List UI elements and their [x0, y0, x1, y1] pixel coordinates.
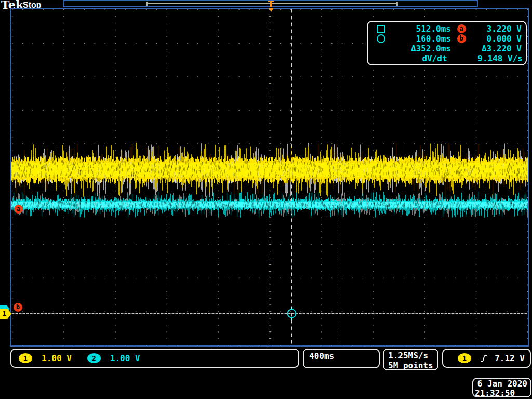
cursor2-value: 0.000 V: [472, 34, 522, 44]
timebase-value: 400ms: [309, 351, 334, 361]
trigger-source-badge: 1: [458, 353, 471, 363]
cursor2-time: 160.0ms: [391, 34, 451, 44]
timebase-box[interactable]: 400ms: [303, 349, 380, 368]
cursor1-value: 3.220 V: [472, 24, 522, 34]
cursor-rate-value: 9.148 V/s: [475, 54, 523, 63]
record-window-left-bracket: [146, 2, 148, 6]
date-label: 6 Jan 2020: [473, 379, 530, 389]
circle-cursor-icon: [371, 34, 391, 43]
cursor-readout-box: 512.0ms a 3.220 V 160.0ms b 0.000 V Δ352…: [367, 21, 527, 65]
cursor-delta-time: Δ352.0ms: [391, 44, 451, 54]
cursor1-time: 512.0ms: [391, 24, 451, 34]
ch1-ground-marker[interactable]: 1: [0, 309, 11, 319]
cursor-rate-row: dV/dt 9.148 V/s: [371, 54, 523, 63]
sample-rate: 1.25MS/s: [388, 351, 437, 361]
oscilloscope-screen: Tek Stop 512.0ms a 3.220 V 160.0ms b 0.0…: [0, 0, 532, 399]
ch2-badge[interactable]: 2: [87, 353, 101, 363]
cursor-delta-row: Δ352.0ms Δ3.220 V: [371, 44, 523, 54]
trigger-level: 7.12 V: [495, 353, 525, 363]
datetime-box: 6 Jan 2020 21:32:50: [472, 378, 531, 397]
cursor-b-badge: b: [457, 34, 466, 43]
cursor-b-level-marker[interactable]: b: [14, 303, 22, 312]
cursor-a-badge: a: [457, 24, 466, 33]
ch1-badge[interactable]: 1: [19, 353, 32, 363]
acquisition-box[interactable]: 1.25MS/s 5M points: [383, 349, 438, 370]
ch2-scale: 1.00 V: [110, 353, 140, 363]
rising-edge-icon: [480, 354, 488, 363]
record-window-right-bracket: [396, 2, 398, 6]
cursor1-row: 512.0ms a 3.220 V: [371, 24, 523, 34]
channel-scale-box[interactable]: 1 1.00 V 2 1.00 V: [10, 349, 299, 368]
ch1-scale: 1.00 V: [42, 353, 72, 363]
record-length: 5M points: [388, 361, 437, 370]
square-cursor-icon: [371, 25, 391, 33]
trigger-readout-box[interactable]: 1 7.12 V: [442, 349, 531, 368]
cursor-a-level-marker[interactable]: a: [14, 205, 23, 214]
time-label: 21:32:50: [473, 389, 530, 398]
trigger-position-marker-icon[interactable]: [267, 0, 276, 13]
cursor-delta-value: Δ3.220 V: [472, 44, 522, 54]
cursor-rate-label: dV/dt: [390, 54, 455, 63]
cursor2-row: 160.0ms b 0.000 V: [371, 34, 523, 44]
